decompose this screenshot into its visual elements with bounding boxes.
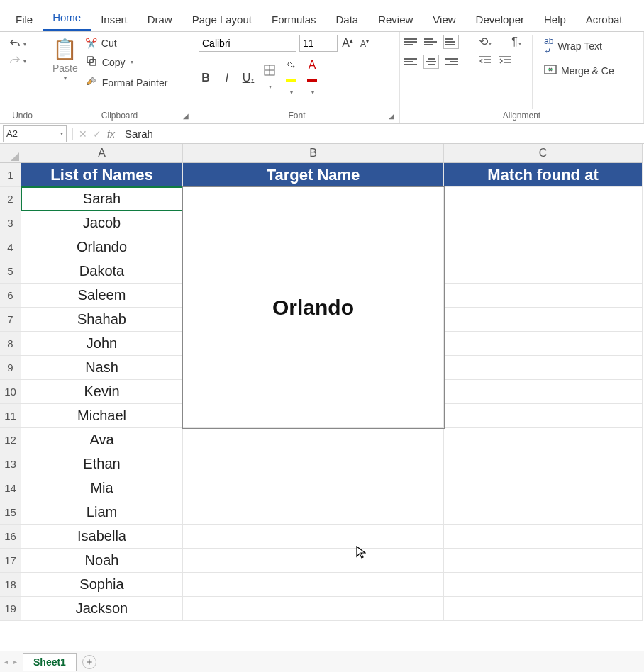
- cell-C12[interactable]: [444, 428, 643, 452]
- cell-A17[interactable]: Noah: [21, 549, 183, 572]
- align-top-button[interactable]: [404, 35, 418, 48]
- cut-button[interactable]: ✂️ Cut: [85, 38, 168, 49]
- borders-button[interactable]: ▾: [262, 65, 277, 91]
- row-header[interactable]: 17: [0, 549, 21, 573]
- sheet-tab-active[interactable]: Sheet1: [23, 653, 77, 671]
- tab-page-layout[interactable]: Page Layout: [182, 9, 262, 31]
- chevron-down-icon[interactable]: ▾: [23, 41, 26, 47]
- row-header[interactable]: 18: [0, 573, 21, 597]
- name-box[interactable]: A2 ▾: [3, 125, 67, 142]
- sheet-nav-prev[interactable]: ◂: [4, 658, 8, 666]
- cell-C3[interactable]: [444, 211, 643, 235]
- cell-C17[interactable]: [444, 549, 643, 572]
- row-header[interactable]: 19: [0, 597, 21, 621]
- tab-review[interactable]: Review: [368, 9, 423, 31]
- cell-B16[interactable]: [183, 525, 444, 548]
- select-all-corner[interactable]: [0, 144, 21, 163]
- cell-A13[interactable]: Ethan: [21, 452, 183, 476]
- row-header[interactable]: 13: [0, 452, 21, 476]
- cell-A14[interactable]: Mia: [21, 476, 183, 500]
- row-header[interactable]: 9: [0, 356, 21, 380]
- cancel-formula-icon[interactable]: ✕: [79, 128, 87, 140]
- row-header[interactable]: 3: [0, 211, 21, 235]
- font-color-button[interactable]: A ▾: [305, 59, 319, 97]
- align-right-button[interactable]: [444, 55, 458, 68]
- align-middle-button[interactable]: [424, 35, 438, 48]
- redo-button[interactable]: ▾: [9, 55, 26, 67]
- increase-indent-button[interactable]: [498, 55, 512, 68]
- cell-A16[interactable]: Isabella: [21, 525, 183, 548]
- cell-C5[interactable]: [444, 259, 643, 283]
- cell-C14[interactable]: [444, 476, 643, 500]
- align-bottom-button[interactable]: [444, 35, 458, 48]
- cell-C9[interactable]: [444, 356, 643, 379]
- tab-insert[interactable]: Insert: [91, 9, 138, 31]
- tab-draw[interactable]: Draw: [138, 9, 182, 31]
- tab-file[interactable]: File: [6, 9, 43, 31]
- row-header[interactable]: 4: [0, 235, 21, 259]
- cell-C7[interactable]: [444, 308, 643, 331]
- row-header[interactable]: 15: [0, 500, 21, 525]
- chevron-down-icon[interactable]: ▾: [311, 89, 314, 96]
- cell-C4[interactable]: [444, 235, 643, 259]
- cell-C11[interactable]: [444, 404, 643, 427]
- tab-acrobat[interactable]: Acrobat: [576, 9, 633, 31]
- decrease-indent-button[interactable]: [478, 55, 492, 68]
- tab-developer[interactable]: Developer: [466, 9, 534, 31]
- align-center-button[interactable]: [424, 55, 438, 68]
- fill-color-button[interactable]: ▾: [284, 59, 298, 97]
- row-header[interactable]: 12: [0, 428, 21, 452]
- decrease-font-button[interactable]: A▾: [357, 38, 372, 49]
- cell-A11[interactable]: Michael: [21, 404, 183, 427]
- row-header[interactable]: 6: [0, 284, 21, 308]
- cells-area[interactable]: List of Names Target Name Match found at…: [21, 163, 643, 621]
- cell-A1[interactable]: List of Names: [21, 163, 183, 186]
- format-painter-button[interactable]: Format Painter: [85, 75, 168, 90]
- font-dialog-launcher[interactable]: ◢: [387, 111, 396, 121]
- cell-B17[interactable]: [183, 549, 444, 572]
- fx-icon[interactable]: fx: [107, 128, 115, 140]
- row-header[interactable]: 8: [0, 332, 21, 356]
- cell-B13[interactable]: [183, 452, 444, 476]
- row-header[interactable]: 7: [0, 308, 21, 332]
- chevron-down-icon[interactable]: ▾: [290, 89, 293, 96]
- cell-A5[interactable]: Dakota: [21, 259, 183, 283]
- cell-B14[interactable]: [183, 476, 444, 500]
- cell-A8[interactable]: John: [21, 332, 183, 355]
- tab-view[interactable]: View: [423, 9, 465, 31]
- row-header[interactable]: 11: [0, 404, 21, 428]
- copy-button[interactable]: Copy ▾: [85, 55, 168, 69]
- cell-A19[interactable]: Jackson: [21, 597, 183, 620]
- cell-C19[interactable]: [444, 597, 643, 620]
- cell-B12[interactable]: [183, 428, 444, 452]
- tab-home[interactable]: Home: [43, 7, 91, 31]
- chevron-down-icon[interactable]: ▾: [131, 59, 133, 65]
- enter-formula-icon[interactable]: ✓: [93, 128, 101, 140]
- row-header[interactable]: 10: [0, 380, 21, 404]
- orientation-button[interactable]: ⟲▾: [478, 35, 492, 48]
- undo-button[interactable]: ▾: [9, 38, 26, 50]
- cell-B1[interactable]: Target Name: [183, 163, 444, 186]
- formula-input[interactable]: [121, 125, 644, 142]
- cell-C15[interactable]: [444, 500, 643, 524]
- column-header-C[interactable]: C: [444, 144, 643, 163]
- cell-B18[interactable]: [183, 573, 444, 596]
- wrap-text-button[interactable]: ab⤶ Wrap Text: [544, 36, 614, 56]
- cell-B19[interactable]: [183, 597, 444, 620]
- chevron-down-icon[interactable]: ▾: [60, 130, 63, 137]
- cell-C13[interactable]: [444, 452, 643, 476]
- cell-C2[interactable]: [444, 187, 643, 211]
- cell-C8[interactable]: [444, 332, 643, 355]
- chevron-down-icon[interactable]: ▾: [269, 84, 272, 90]
- cell-C10[interactable]: [444, 380, 643, 403]
- cell-A3[interactable]: Jacob: [21, 211, 183, 235]
- increase-font-button[interactable]: A▴: [340, 37, 355, 50]
- column-header-B[interactable]: B: [183, 144, 444, 163]
- underline-button[interactable]: U▾: [241, 72, 255, 84]
- cell-C16[interactable]: [444, 525, 643, 548]
- cell-C18[interactable]: [444, 573, 643, 596]
- cell-A10[interactable]: Kevin: [21, 380, 183, 403]
- row-header[interactable]: 5: [0, 259, 21, 284]
- cell-A15[interactable]: Liam: [21, 500, 183, 524]
- merge-center-button[interactable]: Merge & Ce: [544, 65, 614, 77]
